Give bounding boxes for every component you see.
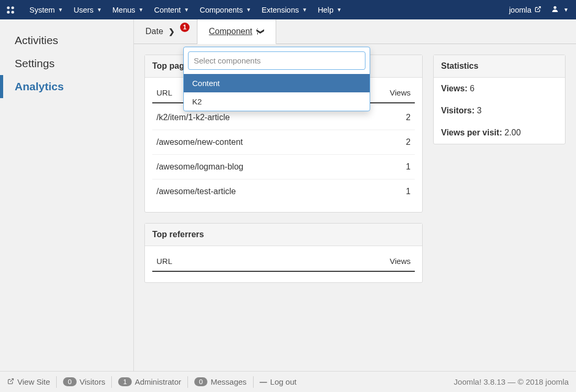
col-views: Views (390, 88, 411, 97)
component-dropdown: Content K2 (183, 47, 370, 111)
nav-system[interactable]: System▼ (24, 0, 68, 19)
row-views: 2 (406, 113, 411, 122)
tab-component[interactable]: Component ❯ (197, 19, 276, 44)
user-icon (551, 5, 559, 15)
nav-help[interactable]: Help▼ (312, 0, 347, 19)
col-url: URL (156, 257, 172, 266)
sidebar-item-settings[interactable]: Settings (0, 52, 133, 75)
external-link-icon (7, 378, 14, 386)
svg-point-2 (7, 10, 9, 13)
panel-title: Statistics (434, 55, 565, 78)
chevron-down-icon: ❯ (257, 28, 265, 35)
footer-messages[interactable]: 0 Messages (188, 376, 254, 388)
content-area: Date ❯ 1 Component ❯ Content K2 Top page… (133, 19, 576, 371)
col-views: Views (390, 257, 411, 266)
nav-components[interactable]: Components▼ (194, 0, 256, 19)
dropdown-option-content[interactable]: Content (184, 74, 370, 92)
caret-down-icon: ▼ (563, 7, 569, 13)
footer-label: Log out (270, 377, 297, 386)
footer-bar: View Site 0 Visitors 1 Administrator 0 M… (0, 371, 576, 392)
tab-label: Date (145, 27, 163, 36)
table-row: /awesome/logman-blog 1 (152, 155, 415, 179)
caret-down-icon: ▼ (58, 7, 63, 13)
nav-label: Help (318, 6, 333, 14)
footer-visitors[interactable]: 0 Visitors (57, 376, 112, 388)
tab-badge: 1 (180, 23, 190, 32)
statistics-panel: Statistics Views: 6 Visitors: 3 Views pe… (433, 55, 565, 144)
nav-content[interactable]: Content▼ (149, 0, 194, 19)
panel-title: Top referrers (145, 224, 422, 246)
user-menu[interactable]: ▼ (551, 5, 569, 15)
logout-icon: — (260, 378, 267, 386)
count-badge: 1 (118, 377, 131, 386)
row-url: /awesome/logman-blog (156, 162, 243, 172)
stat-views-per-visit: Views per visit: 2.00 (434, 122, 565, 144)
external-link-icon (535, 6, 541, 14)
site-name: joomla (509, 6, 531, 14)
svg-line-6 (10, 378, 13, 382)
footer-view-site[interactable]: View Site (7, 376, 57, 388)
stat-views: Views: 6 (434, 78, 565, 100)
svg-point-5 (553, 6, 556, 9)
row-views: 1 (406, 187, 411, 196)
chevron-down-icon: ❯ (169, 27, 175, 36)
row-url: /awesome/test-article (156, 187, 236, 196)
svg-line-4 (538, 6, 541, 9)
filter-tabs: Date ❯ 1 Component ❯ (134, 19, 576, 44)
caret-down-icon: ▼ (337, 7, 342, 13)
nav-label: Content (154, 6, 181, 14)
site-link[interactable]: joomla (509, 6, 551, 14)
caret-down-icon: ▼ (246, 7, 251, 13)
sidebar: Activities Settings Analytics (0, 19, 133, 371)
count-badge: 0 (63, 377, 76, 386)
nav-users[interactable]: Users▼ (68, 0, 107, 19)
footer-label: Administrator (135, 377, 181, 386)
nav-label: Extensions (261, 6, 299, 14)
svg-point-3 (12, 10, 14, 13)
nav-menus[interactable]: Menus▼ (107, 0, 149, 19)
top-nav: System▼ Users▼ Menus▼ Content▼ Component… (0, 0, 576, 19)
nav-label: System (29, 6, 55, 14)
caret-down-icon: ▼ (184, 7, 189, 13)
col-url: URL (156, 88, 172, 97)
caret-down-icon: ▼ (302, 7, 307, 13)
nav-extensions[interactable]: Extensions▼ (256, 0, 312, 19)
footer-label: View Site (17, 377, 50, 386)
table-row: /awesome/test-article 1 (152, 179, 415, 204)
footer-label: Visitors (80, 377, 106, 386)
footer-version: Joomla! 3.8.13 — © 2018 joomla (454, 377, 569, 386)
footer-label: Messages (211, 377, 246, 386)
tab-label: Component (209, 27, 253, 36)
svg-point-1 (12, 6, 14, 9)
row-url: /awesome/new-content (156, 137, 243, 147)
row-url: /k2/item/1-k2-article (156, 113, 230, 122)
component-search-input[interactable] (188, 51, 365, 70)
table-row: /awesome/new-content 2 (152, 130, 415, 155)
tab-date[interactable]: Date ❯ 1 (134, 19, 197, 44)
count-badge: 0 (194, 377, 207, 386)
nav-label: Users (74, 6, 93, 14)
top-referrers-panel: Top referrers URL Views (144, 223, 423, 283)
dropdown-option-k2[interactable]: K2 (184, 92, 370, 111)
footer-administrator[interactable]: 1 Administrator (112, 376, 188, 388)
caret-down-icon: ▼ (97, 7, 102, 13)
sidebar-item-analytics[interactable]: Analytics (0, 75, 133, 98)
row-views: 2 (406, 137, 411, 147)
sidebar-item-activities[interactable]: Activities (0, 29, 133, 52)
footer-logout[interactable]: — Log out (254, 376, 303, 388)
joomla-logo-icon (5, 5, 16, 15)
caret-down-icon: ▼ (139, 7, 144, 13)
nav-label: Components (200, 6, 243, 14)
stat-visitors: Visitors: 3 (434, 100, 565, 122)
row-views: 1 (406, 162, 411, 172)
nav-label: Menus (112, 6, 135, 14)
svg-point-0 (7, 6, 9, 9)
table-header: URL Views (152, 251, 415, 272)
